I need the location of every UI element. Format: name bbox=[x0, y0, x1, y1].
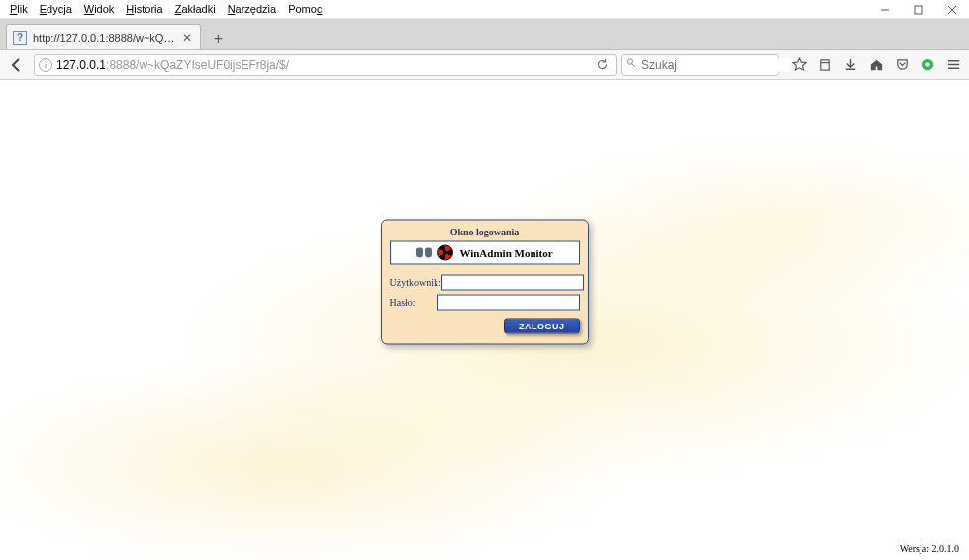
minimize-button[interactable] bbox=[868, 0, 902, 19]
new-tab-button[interactable]: + bbox=[205, 28, 231, 49]
url-text: 127.0.0.1:8888/w~kQaZYIseUF0ijsEFr8ja/$/ bbox=[56, 58, 588, 72]
menu-history-label: istoria bbox=[134, 3, 162, 15]
menu-tools[interactable]: Narzędzia bbox=[222, 1, 283, 17]
url-path: :8888/w~kQaZYIseUF0ijsEFr8ja/$/ bbox=[106, 58, 289, 72]
svg-rect-6 bbox=[820, 60, 828, 70]
hamburger-menu-icon[interactable] bbox=[941, 53, 965, 77]
menu-file-label: lik bbox=[17, 3, 27, 15]
menu-bar: Plik Edycja Widok Historia Zakładki Narz… bbox=[0, 0, 969, 19]
search-icon bbox=[626, 57, 637, 72]
tab-strip: ? http://127.0.0.1:8888/w~kQ… ✕ + bbox=[0, 19, 969, 50]
browser-tab[interactable]: ? http://127.0.0.1:8888/w~kQ… ✕ bbox=[6, 24, 201, 49]
brand-name: WinAdmin Monitor bbox=[459, 246, 552, 258]
menu-view[interactable]: Widok bbox=[78, 1, 121, 17]
extension-icon[interactable] bbox=[916, 53, 939, 77]
logo-banner: WinAdmin Monitor bbox=[390, 240, 580, 264]
search-input[interactable] bbox=[641, 58, 790, 72]
maximize-button[interactable] bbox=[902, 0, 935, 19]
version-label: Wersja: 2.0.1.0 bbox=[900, 543, 959, 554]
menu-file[interactable]: Plik bbox=[4, 1, 34, 17]
back-button[interactable] bbox=[4, 53, 30, 77]
page-content: Okno logowania WinAdmin Monitor Użytkown… bbox=[0, 80, 969, 560]
url-host: 127.0.0.1 bbox=[56, 58, 106, 72]
password-input[interactable] bbox=[437, 294, 580, 310]
menu-tools-label: arzędzia bbox=[236, 3, 277, 15]
nav-bar: i 127.0.0.1:8888/w~kQaZYIseUF0ijsEFr8ja/… bbox=[0, 50, 969, 80]
username-row: Użytkownik: bbox=[390, 274, 580, 290]
login-panel: Okno logowania WinAdmin Monitor Użytkown… bbox=[381, 219, 589, 344]
menu-help[interactable]: Pomoc bbox=[282, 1, 328, 17]
svg-rect-1 bbox=[915, 6, 922, 14]
pocket-icon[interactable] bbox=[890, 53, 914, 77]
downloads-icon[interactable] bbox=[838, 53, 862, 77]
home-icon[interactable] bbox=[864, 53, 888, 77]
toolbar-icons bbox=[783, 53, 965, 77]
svg-point-4 bbox=[628, 59, 633, 65]
tab-close-icon[interactable]: ✕ bbox=[180, 31, 194, 45]
bookmark-star-icon[interactable] bbox=[787, 53, 811, 77]
username-input[interactable] bbox=[441, 274, 584, 290]
menu-edit[interactable]: Edycja bbox=[34, 1, 78, 17]
svg-line-5 bbox=[632, 64, 635, 67]
close-button[interactable] bbox=[935, 0, 969, 19]
menu-bookmarks[interactable]: Zakładki bbox=[169, 1, 222, 17]
login-button[interactable]: ZALOGUJ bbox=[504, 318, 580, 333]
login-window-title: Okno logowania bbox=[390, 224, 580, 240]
address-bar[interactable]: i 127.0.0.1:8888/w~kQaZYIseUF0ijsEFr8ja/… bbox=[34, 54, 617, 76]
password-label: Hasło: bbox=[390, 297, 437, 308]
svg-point-9 bbox=[925, 62, 929, 66]
window-controls bbox=[868, 0, 969, 19]
username-label: Użytkownik: bbox=[390, 277, 441, 288]
menu-view-label: idok bbox=[94, 3, 114, 15]
menu-edit-label: dycja bbox=[47, 3, 72, 15]
button-row: ZALOGUJ bbox=[390, 318, 580, 333]
search-box[interactable] bbox=[621, 54, 779, 76]
binoculars-icon bbox=[416, 245, 432, 259]
menu-bookmarks-label: akładki bbox=[181, 3, 215, 15]
password-row: Hasło: bbox=[390, 294, 580, 310]
menu-history[interactable]: Historia bbox=[120, 1, 168, 17]
site-info-icon[interactable]: i bbox=[39, 58, 52, 72]
library-icon[interactable] bbox=[813, 53, 836, 77]
radiation-icon bbox=[437, 244, 453, 260]
tab-title: http://127.0.0.1:8888/w~kQ… bbox=[33, 32, 174, 44]
reload-button[interactable] bbox=[592, 58, 612, 71]
favicon-icon: ? bbox=[13, 31, 27, 45]
